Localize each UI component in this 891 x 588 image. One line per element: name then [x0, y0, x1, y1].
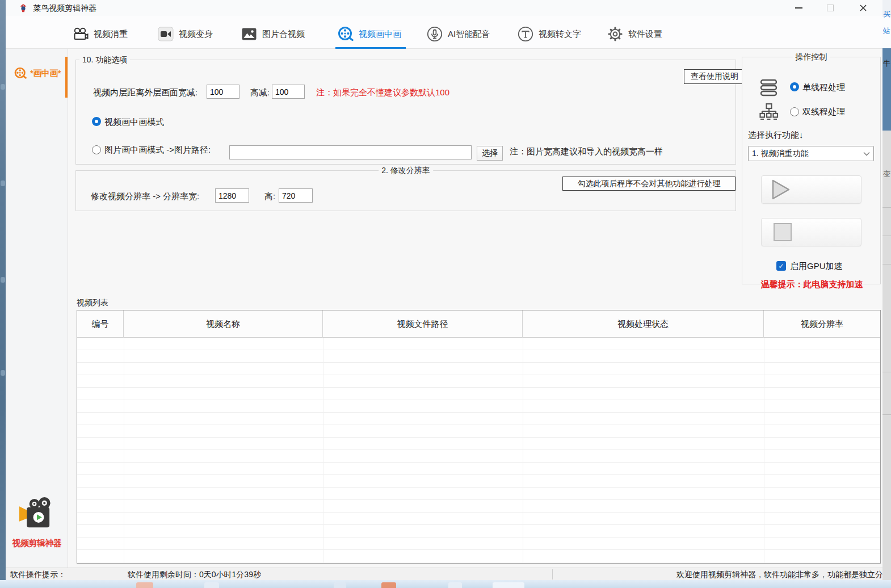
check-icon: ✓: [778, 263, 784, 270]
column-header-index[interactable]: 编号: [77, 310, 124, 338]
video-camera-icon: [158, 27, 174, 41]
resolution-width-input[interactable]: [215, 188, 249, 203]
tab-video-to-text[interactable]: 视频转文字: [518, 22, 581, 47]
column-header-resolution[interactable]: 视频分辨率: [764, 310, 880, 338]
status-bar: 软件操作提示： 软件使用剩余时间：0天0小时1分39秒 欢迎使用视频剪辑神器，软…: [6, 568, 882, 580]
picture-icon: [241, 27, 257, 41]
app-window: 菜鸟视频剪辑神器 视频消重: [6, 0, 882, 580]
sidebar-item-label: *画中画*: [30, 68, 61, 79]
height-reduce-input[interactable]: [272, 85, 305, 99]
column-header-status[interactable]: 视频处理状态: [523, 310, 764, 338]
function-select-value: 1. 视频消重功能: [752, 149, 809, 159]
start-button[interactable]: [761, 175, 861, 204]
background-text-fragment: 站: [883, 27, 890, 35]
screen: 买 站 牛 变 菜鸟视频剪辑神器: [0, 0, 891, 588]
video-list-table[interactable]: 编号 视频名称 视频文件路径 视频处理状态 视频分辨率: [77, 310, 881, 564]
taskbar-icon-fragment: [334, 582, 346, 588]
tab-ai-dubbing[interactable]: AI智能配音: [427, 22, 490, 47]
table-header: 编号 视频名称 视频文件路径 视频处理状态 视频分辨率: [77, 310, 880, 338]
resolution-height-label: 高:: [264, 191, 275, 202]
single-thread-radio[interactable]: [790, 82, 799, 91]
chevron-down-icon: [863, 152, 870, 156]
taskbar-icon-fragment: [204, 582, 219, 588]
only-this-function-button[interactable]: 勾选此项后程序不会对其他功能进行处理: [562, 177, 736, 191]
desktop-icon-fragment: [1, 370, 5, 376]
function-select-dropdown[interactable]: 1. 视频消重功能: [748, 146, 874, 161]
width-reduce-input[interactable]: [207, 85, 239, 99]
play-icon: [766, 178, 795, 201]
close-button[interactable]: [854, 1, 873, 15]
tab-label: 图片合视频: [262, 29, 305, 40]
close-icon: [859, 4, 867, 12]
default-param-note: 注：如果完全不懂建议参数默认100: [316, 87, 449, 98]
desktop-icon-fragment: [1, 84, 5, 90]
dual-thread-icon: [759, 103, 779, 122]
taskbar[interactable]: [0, 580, 891, 588]
minimize-button[interactable]: [789, 1, 808, 15]
inner-width-label: 视频内层距离外层画面宽减:: [93, 87, 197, 98]
film-reel-icon: [14, 67, 27, 79]
sidebar-item-pip[interactable]: *画中画*: [6, 57, 68, 90]
welcome-message: 欢迎使用视频剪辑神器，软件功能非常多，功能都是独立分明的，操作简单，欢迎您使: [676, 570, 882, 580]
tab-bar: 视频消重 视频变身 图片合视频: [6, 16, 882, 49]
inner-height-label: 高减:: [250, 87, 270, 98]
maximize-icon: [827, 5, 834, 11]
tab-video-transform[interactable]: 视频变身: [158, 22, 213, 47]
tab-video-dedup[interactable]: 视频消重: [73, 22, 128, 47]
panel-title: 操作控制: [793, 52, 830, 61]
column-header-path[interactable]: 视频文件路径: [323, 310, 523, 338]
image-path-input[interactable]: [229, 145, 472, 159]
dual-thread-radio[interactable]: [790, 107, 799, 116]
tab-label: 软件设置: [628, 29, 662, 40]
tab-label: AI智能配音: [448, 29, 490, 40]
stop-icon: [770, 221, 798, 243]
background-text-fragment: 变: [883, 170, 890, 178]
sidebar-active-indicator: [65, 57, 68, 98]
movie-camera-icon: [73, 27, 89, 41]
table-body-empty: [77, 338, 880, 563]
status-hint-label: 软件操作提示：: [10, 570, 66, 580]
column-header-name[interactable]: 视频名称: [124, 310, 323, 338]
gpu-acceleration-checkbox[interactable]: ✓: [776, 261, 786, 271]
tab-label: 视频变身: [179, 29, 213, 40]
image-size-note: 注：图片宽高建议和导入的视频宽高一样: [510, 146, 663, 157]
group-title: 2. 修改分辨率: [379, 166, 433, 175]
tab-label: 视频转文字: [539, 29, 581, 40]
tab-settings[interactable]: 软件设置: [607, 22, 662, 47]
group-title: 10. 功能选项: [79, 55, 130, 64]
tab-picture-in-picture[interactable]: 视频画中画: [338, 22, 401, 47]
select-function-label: 选择执行功能↓: [748, 130, 804, 141]
background-text-fragment: 牛: [883, 60, 890, 67]
letter-t-icon: [518, 26, 533, 42]
gpu-support-note: 温馨提示：此电脑支持加速: [742, 279, 881, 290]
operation-control-panel: 操作控制 单线程处理: [742, 57, 881, 284]
background-window-edge: 买 站 牛 变: [882, 0, 891, 580]
single-thread-label: 单线程处理: [802, 82, 845, 93]
desktop-icon-fragment: [1, 277, 5, 283]
tab-image-to-video[interactable]: 图片合视频: [241, 22, 305, 47]
view-instructions-button[interactable]: 查看使用说明: [684, 69, 745, 84]
resolution-row-label: 修改视频分辨率 -> 分辨率宽:: [91, 191, 199, 202]
taskbar-icon-fragment: [493, 582, 524, 588]
background-window-fragment: [882, 131, 891, 580]
remaining-time-text: 软件使用剩余时间：0天0小时1分39秒: [128, 570, 261, 580]
resolution-height-input[interactable]: [279, 188, 313, 203]
taskbar-icon-fragment: [381, 582, 396, 588]
sidebar-logo-text: 视频剪辑神器: [6, 538, 68, 549]
taskbar-icon-fragment: [448, 582, 462, 588]
sidebar-logo: 视频剪辑神器: [6, 497, 68, 549]
title-bar[interactable]: 菜鸟视频剪辑神器: [6, 0, 882, 16]
status-separator: [552, 569, 553, 579]
tab-label: 视频消重: [94, 29, 128, 40]
video-camera-logo-icon: [18, 497, 56, 532]
single-thread-icon: [759, 78, 779, 97]
tab-label: 视频画中画: [359, 29, 401, 40]
desktop-icon-fragment: [1, 180, 5, 186]
stop-button[interactable]: [761, 218, 861, 246]
choose-image-button[interactable]: 选择: [477, 146, 503, 161]
video-pip-mode-label: 视频画中画模式: [104, 117, 164, 128]
maximize-button[interactable]: [821, 1, 840, 15]
background-text-fragment: 买: [883, 10, 890, 18]
image-pip-mode-radio[interactable]: [92, 145, 101, 154]
video-pip-mode-radio[interactable]: [92, 117, 101, 126]
